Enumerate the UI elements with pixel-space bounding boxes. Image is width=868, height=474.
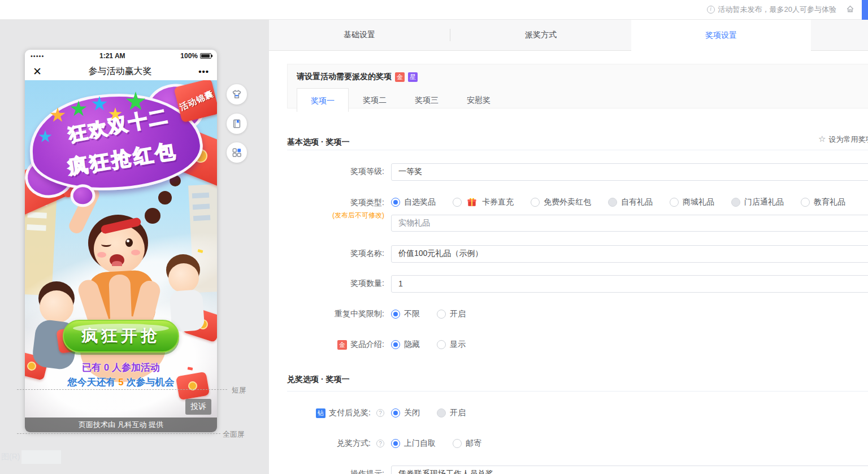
question-icon[interactable] <box>376 409 384 417</box>
app-window: 活动暂未发布，最多20人可参与体验 1:21 AM 100% 参与活动赢大奖 <box>0 0 868 474</box>
radio-label: 关闭 <box>404 408 420 418</box>
radio-label: 教育礼品 <box>814 197 845 207</box>
more-icon[interactable] <box>198 67 209 76</box>
prize-quantity-row: 奖项数量: <box>287 275 868 293</box>
edge-blue-button[interactable] <box>862 0 868 20</box>
girl-mouth <box>110 254 124 266</box>
operation-tip-input[interactable] <box>391 466 868 474</box>
girl-wink-eye <box>101 242 111 247</box>
chances-suffix: 次参与机会 <box>124 377 175 388</box>
prize-settings-content: 请设置活动需要派发的奖项 金 星 奖项一 奖项二 奖项三 安慰奖 基本选项 · … <box>269 51 868 474</box>
page-title: 参与活动赢大奖 <box>42 66 198 77</box>
radio-label: 不限 <box>404 309 420 319</box>
phone-nav-bar: 参与活动赢大奖 <box>25 62 217 80</box>
complaint-label: 投诉 <box>190 402 206 412</box>
radio-mall-gift[interactable]: 商城礼品 <box>670 197 714 207</box>
radio-label: 开启 <box>450 309 466 319</box>
subtab-prize-2[interactable]: 奖项二 <box>349 88 401 112</box>
chances-text: 您今天还有 5 次参与机会 <box>25 376 217 389</box>
radio-pay-off[interactable]: 关闭 <box>391 408 420 418</box>
prize-level-input[interactable] <box>391 163 868 181</box>
girl-blush <box>97 252 106 258</box>
preview-panel: 1:21 AM 100% 参与活动赢大奖 <box>0 20 269 474</box>
radio-intro-hide[interactable]: 隐藏 <box>391 340 420 350</box>
pay-redeem-label: 支付后兑奖: <box>329 408 371 418</box>
radio-dot <box>453 439 462 448</box>
prize-box-title: 请设置活动需要派发的奖项 <box>297 72 392 82</box>
radio-intro-show[interactable]: 显示 <box>437 340 466 350</box>
tab-bar-filler <box>811 20 868 50</box>
kid-right-face <box>168 263 199 293</box>
radio-dot <box>391 198 400 207</box>
radio-self-select-prize[interactable]: 自选奖品 <box>391 197 436 207</box>
battery-indicator: 100% <box>180 52 211 60</box>
subtab-consolation[interactable]: 安慰奖 <box>453 88 505 112</box>
radio-dot <box>531 198 540 207</box>
watermark-text: 图(R) <box>1 452 20 462</box>
redeem-method-options: 上门自取 邮寄 <box>391 434 868 453</box>
girl-pigtail <box>158 191 172 205</box>
chances-prefix: 您今天还有 <box>68 377 119 388</box>
prize-name-row: 奖项名称: <box>287 245 868 263</box>
tab-basic-settings[interactable]: 基础设置 <box>269 20 450 50</box>
grid-icon <box>231 147 242 158</box>
notice-text: 活动暂未发布，最多20人可参与体验 <box>718 5 836 15</box>
radio-pickup[interactable]: 上门自取 <box>391 438 436 449</box>
radio-repeat-on[interactable]: 开启 <box>437 309 466 319</box>
radio-dot <box>391 340 400 349</box>
set-common-prize-link[interactable]: 设为常用奖项 <box>818 134 868 145</box>
prize-tabs-box: 请设置活动需要派发的奖项 金 星 奖项一 奖项二 奖项三 安慰奖 <box>287 64 868 108</box>
radio-dot <box>391 439 400 448</box>
radio-free-takeout-redpacket[interactable]: 免费外卖红包 <box>531 197 591 207</box>
repeat-limit-options: 不限 开启 <box>391 305 868 323</box>
prize-intro-label-block: 金奖品介绍: <box>287 340 391 350</box>
components-button[interactable] <box>227 142 247 163</box>
complaint-button[interactable]: 投诉 <box>185 399 211 415</box>
short-screen-marker: 短屏 <box>232 385 246 395</box>
radio-mail[interactable]: 邮寄 <box>453 438 481 449</box>
guide-button[interactable] <box>227 114 247 134</box>
radio-own-gift[interactable]: 自有礼品 <box>608 197 653 207</box>
radio-dot <box>391 408 400 418</box>
diamond-badge: 钻 <box>316 408 326 418</box>
radio-education-gift[interactable]: 教育礼品 <box>801 197 845 207</box>
operation-tip-label: 操作提示: <box>287 469 391 474</box>
star-badge: 星 <box>408 72 418 82</box>
radio-label: 商城礼品 <box>683 197 714 207</box>
radio-pay-on[interactable]: 开启 <box>437 408 466 418</box>
subtab-prize-1[interactable]: 奖项一 <box>297 88 349 112</box>
prize-type-select[interactable] <box>391 215 868 232</box>
section-divider <box>287 391 868 392</box>
radio-label: 自选奖品 <box>404 197 436 207</box>
tab-award-method[interactable]: 派奖方式 <box>450 20 631 50</box>
operation-tip-row: 操作提示: <box>287 465 868 474</box>
radio-label: 卡券直充 <box>482 197 514 207</box>
radio-repeat-unlimited[interactable]: 不限 <box>391 309 420 319</box>
pay-redeem-options: 关闭 开启 <box>391 404 868 422</box>
close-icon[interactable] <box>33 66 42 77</box>
home-icon[interactable] <box>845 4 855 16</box>
question-icon[interactable] <box>376 440 384 447</box>
redeem-method-label: 兑奖方式: <box>337 438 371 449</box>
full-screen-marker: 全面屏 <box>223 429 245 440</box>
phone-preview: 1:21 AM 100% 参与活动赢大奖 <box>25 50 217 432</box>
radio-label: 门店通礼品 <box>744 197 784 207</box>
book-icon <box>231 118 242 129</box>
prize-level-row: 奖项等级: <box>287 163 868 181</box>
theme-button[interactable] <box>227 84 247 105</box>
prize-name-input[interactable] <box>391 245 868 263</box>
prize-quantity-input[interactable] <box>391 275 868 293</box>
prize-type-label-block: 奖项类型: (发布后不可修改) <box>287 193 391 232</box>
radio-store-gift[interactable]: 门店通礼品 <box>731 197 784 207</box>
subtab-prize-3[interactable]: 奖项三 <box>401 88 453 112</box>
joined-count-text: 已有 0 人参加活动 <box>25 361 217 374</box>
start-grab-button[interactable]: 疯狂开抢 <box>63 320 179 353</box>
girl-pigtail <box>145 208 160 224</box>
chances-number: 5 <box>118 377 123 388</box>
radio-coupon-recharge[interactable]: 卡券直充 <box>453 197 514 208</box>
radio-label: 免费外卖红包 <box>544 197 591 207</box>
radio-label: 上门自取 <box>404 438 436 449</box>
radio-label: 自有礼品 <box>621 197 653 207</box>
radio-label: 开启 <box>450 408 466 418</box>
tab-prize-settings[interactable]: 奖项设置 <box>631 20 811 51</box>
